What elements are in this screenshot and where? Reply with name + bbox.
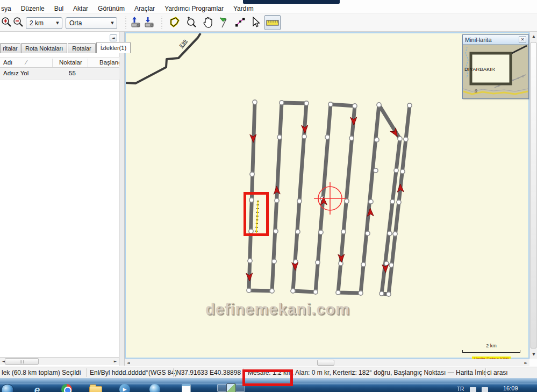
minimap-title: MiniHarita: [465, 37, 519, 43]
taskbar-notepad[interactable]: [182, 384, 191, 392]
watermark-text: definemekani.com: [205, 301, 336, 318]
send-to-device-button[interactable]: [130, 16, 143, 29]
chrome-icon: [61, 384, 72, 392]
zoom-in-button[interactable]: [0, 16, 13, 29]
close-icon[interactable]: ✕: [519, 36, 526, 43]
column-header-adi[interactable]: Adı: [3, 59, 12, 66]
map-select-tool-button[interactable]: [168, 16, 181, 29]
globe-icon: [149, 384, 160, 392]
map-horizontal-scrollbar[interactable]: ◄ ►: [125, 359, 529, 366]
menu-aktar[interactable]: Aktar: [68, 4, 93, 13]
tab-rotalar[interactable]: Rotalar: [68, 43, 95, 53]
internet-explorer-icon: e: [31, 384, 43, 392]
column-separator[interactable]: [88, 59, 88, 67]
menu-araclar[interactable]: Araçlar: [130, 4, 160, 13]
taskbar-chrome[interactable]: [61, 384, 72, 392]
minimap-titlebar[interactable]: MiniHarita ✕: [463, 35, 528, 45]
taskbar-media-player[interactable]: ▶: [119, 384, 130, 392]
sidebar-horizontal-scrollbar[interactable]: ◄ ►: [0, 357, 119, 365]
sidebar-panel: ◄ ritalar Rota Noktaları Rotalar İzlekle…: [0, 32, 119, 366]
zoom-in-icon: [1, 17, 12, 28]
tab-rota-noktalari[interactable]: Rota Noktaları: [21, 43, 67, 53]
folder-icon: [89, 386, 102, 392]
toolbar-separator: [125, 17, 126, 29]
start-button[interactable]: [1, 384, 14, 392]
toolbar-separator: [161, 17, 162, 29]
route-tool-icon: [234, 16, 247, 29]
media-player-icon: ▶: [119, 384, 130, 392]
taskbar-mapsource-active[interactable]: [217, 384, 245, 392]
tab-izlekler[interactable]: İzlekler(1): [96, 42, 131, 53]
scrollbar-thumb[interactable]: [5, 358, 39, 365]
status-separator: [86, 368, 87, 377]
menu-bar: sya Düzenle Bul Aktar Görünüm Araçlar Ya…: [0, 4, 537, 14]
track-name: Adsız Yol: [3, 70, 28, 76]
toolbar: 2 km ▼ Orta ▼: [0, 14, 537, 32]
sidebar-collapse-button[interactable]: ◄: [110, 34, 117, 41]
screen: sya Düzenle Bul Aktar Görünüm Araçlar Ya…: [0, 0, 537, 392]
scrollbar-thumb[interactable]: [531, 42, 536, 348]
minimap-city-label: DIYARBAKIR: [464, 66, 495, 72]
column-header-baslangic[interactable]: Başlang: [99, 59, 122, 66]
annotation-rectangle-status: [242, 369, 293, 386]
zoom-level-value: 2 km: [26, 19, 53, 27]
language-indicator[interactable]: TR: [457, 386, 464, 392]
minimap-road-label: 50: [474, 89, 478, 93]
clock[interactable]: 16:09: [503, 385, 518, 391]
track-point-count: 55: [69, 70, 76, 76]
cursor-icon: [249, 16, 262, 29]
scroll-right-icon[interactable]: ►: [525, 361, 527, 365]
zoom-out-icon: [12, 17, 24, 28]
detail-level-select[interactable]: Orta ▼: [66, 17, 117, 29]
column-separator[interactable]: [52, 59, 53, 67]
zoom-out-button[interactable]: [12, 16, 25, 29]
panel-splitter[interactable]: [119, 32, 125, 366]
thumb-grip: [20, 360, 24, 364]
mapsource-icon: [226, 383, 236, 392]
menu-bul[interactable]: Bul: [49, 4, 68, 13]
route-tool-button[interactable]: [234, 16, 247, 29]
waypoint-tool-button[interactable]: [218, 16, 231, 29]
zoom-tool-button[interactable]: [185, 16, 198, 29]
menu-yardimci-programlar[interactable]: Yardımcı Programlar: [160, 4, 228, 13]
pan-tool-button[interactable]: [202, 16, 214, 29]
taskbar-explorer[interactable]: [89, 384, 102, 392]
selection-tool-button[interactable]: [249, 16, 262, 29]
zoom-level-select[interactable]: 2 km ▼: [26, 17, 62, 29]
detail-level-value: Orta: [66, 19, 108, 27]
network-icon[interactable]: [470, 387, 476, 392]
status-position-format: Enl/Byl hddd.ddddd°(WGS 84): [90, 369, 177, 376]
taskbar-google-earth[interactable]: [149, 384, 160, 392]
scroll-right-icon[interactable]: ►: [112, 358, 119, 365]
scrollbar-thumb[interactable]: [317, 360, 334, 366]
status-separator: [485, 368, 486, 377]
scroll-up-icon[interactable]: ▲: [530, 34, 537, 39]
distance-tool-button[interactable]: [264, 15, 281, 30]
track-table-header: Adı ∕ Noktalar Başlang: [0, 57, 119, 68]
status-coordinates: N37.91633 E40.38898: [176, 369, 241, 376]
road-label: E99: [178, 38, 188, 48]
minimap-window[interactable]: MiniHarita ✕ DIYARBAKIR50: [462, 34, 529, 99]
zoom-tool-icon: [185, 16, 198, 29]
map-vertical-scrollbar[interactable]: ▲ ▼: [529, 32, 537, 359]
sidebar-tabs: ritalar Rota Noktaları Rotalar İzlekler(…: [0, 42, 119, 53]
menu-gorunum[interactable]: Görünüm: [93, 4, 130, 13]
window-titlebar-fragment: [243, 0, 340, 4]
taskbar-internet-explorer[interactable]: e: [31, 384, 43, 392]
minimap-drawing: DIYARBAKIR50: [463, 45, 528, 98]
menu-duzenle[interactable]: Düzenle: [16, 4, 49, 13]
notepad-icon: [182, 384, 191, 392]
map-select-tool-icon: [168, 16, 181, 29]
status-selection: lek (60.8 km toplam) Seçildi: [2, 369, 81, 376]
column-header-noktalar[interactable]: Noktalar: [59, 59, 82, 66]
map-canvas[interactable]: E99 definemekani.com 2 km Harita Detayı …: [125, 32, 529, 359]
receive-from-device-button[interactable]: [144, 16, 156, 29]
status-separator: [173, 368, 174, 377]
menu-dosya[interactable]: sya: [0, 4, 16, 13]
track-row[interactable]: Adsız Yol 55: [0, 68, 119, 80]
scroll-down-icon[interactable]: ▼: [530, 352, 537, 357]
scroll-left-icon[interactable]: ◄: [127, 361, 130, 365]
tab-haritalar[interactable]: ritalar: [0, 43, 20, 53]
volume-icon[interactable]: [482, 387, 488, 392]
menu-yardim[interactable]: Yardım: [228, 4, 259, 13]
